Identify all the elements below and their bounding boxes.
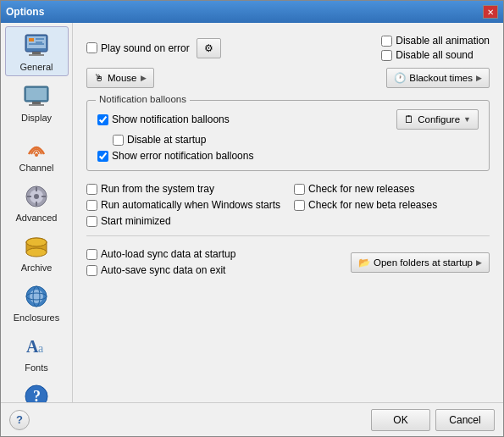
mouse-icon: 🖱 — [94, 73, 104, 83]
disable-startup-checkbox[interactable] — [113, 135, 124, 146]
disable-animation-label: Disable all animation — [396, 35, 490, 47]
play-sound-checkbox[interactable] — [86, 42, 97, 53]
right-top-options: Disable all animation Disable all sound — [381, 35, 490, 61]
start-minimized-checkbox[interactable] — [86, 216, 97, 227]
run-windows-label: Run automatically when Windows starts — [101, 199, 280, 211]
notification-group-title: Notification balloons — [96, 94, 190, 104]
svg-rect-9 — [26, 88, 47, 100]
sidebar-item-enclosures[interactable]: Enclosures — [5, 278, 69, 326]
title-bar-controls: ✕ — [483, 5, 498, 19]
run-tray-row: Run from the system tray — [86, 183, 280, 195]
disable-animation-row: Disable all animation — [381, 35, 490, 47]
content-area: General Display — [1, 23, 503, 402]
play-sound-row: Play sound on error — [86, 42, 190, 54]
check-releases-checkbox[interactable] — [294, 184, 305, 195]
svg-rect-11 — [29, 104, 44, 106]
disable-startup-row: Disable at startup — [113, 134, 479, 146]
svg-point-12 — [35, 153, 38, 157]
blackout-icon: 🕐 — [394, 72, 406, 84]
sidebar-item-fonts[interactable]: A a Fonts — [5, 328, 69, 376]
configure-button[interactable]: 🗒 Configure ▼ — [396, 109, 479, 130]
show-error-row: Show error notification balloons — [97, 150, 479, 162]
checkboxes-left: Run from the system tray Run automatical… — [86, 183, 280, 227]
configure-icon: 🗒 — [404, 114, 414, 124]
run-tray-checkbox[interactable] — [86, 184, 97, 195]
check-beta-checkbox[interactable] — [294, 200, 305, 211]
auto-save-row: Auto-save sync data on exit — [86, 264, 235, 276]
svg-point-25 — [30, 290, 43, 303]
sidebar-item-archive[interactable]: Archive — [5, 228, 69, 276]
sidebar-item-hints[interactable]: ? Hints — [5, 378, 69, 402]
disable-sound-checkbox[interactable] — [381, 50, 392, 61]
run-tray-label: Run from the system tray — [101, 183, 214, 195]
sidebar-item-channel[interactable]: Channel — [5, 128, 69, 176]
cancel-button[interactable]: Cancel — [435, 409, 495, 431]
svg-rect-5 — [29, 43, 44, 45]
show-notification-row: Show notification balloons 🗒 Configure ▼ — [97, 109, 479, 130]
sidebar-label-channel: Channel — [19, 163, 54, 173]
mouse-blackout-row: 🖱 Mouse ▶ 🕐 Blackout times ▶ — [86, 68, 490, 88]
svg-point-23 — [26, 238, 47, 246]
configure-label: Configure — [418, 114, 460, 124]
display-icon — [21, 81, 52, 112]
sidebar-label-advanced: Advanced — [16, 213, 58, 223]
svg-rect-16 — [36, 202, 37, 206]
show-notification-checkbox[interactable] — [97, 114, 108, 125]
svg-text:A: A — [26, 337, 39, 356]
mouse-button[interactable]: 🖱 Mouse ▶ — [86, 68, 154, 88]
auto-save-checkbox[interactable] — [86, 265, 97, 276]
svg-rect-17 — [27, 196, 31, 197]
enclosures-icon — [21, 281, 52, 312]
gear-button[interactable]: ⚙ — [197, 38, 221, 58]
show-notification-checkbox-row: Show notification balloons — [97, 113, 230, 125]
advanced-icon — [21, 181, 52, 212]
help-button[interactable]: ? — [9, 410, 30, 430]
window-title: Options — [6, 6, 44, 18]
disable-animation-checkbox[interactable] — [381, 36, 392, 47]
start-minimized-label: Start minimized — [101, 215, 171, 227]
sidebar-item-advanced[interactable]: Advanced — [5, 178, 69, 226]
blackout-times-button[interactable]: 🕐 Blackout times ▶ — [386, 68, 490, 88]
svg-rect-7 — [29, 54, 44, 56]
main-checkboxes: Run from the system tray Run automatical… — [86, 183, 490, 227]
bottom-bar: ? OK Cancel — [1, 402, 503, 436]
checkboxes-right: Check for new releases Check for new bet… — [294, 183, 437, 227]
auto-save-label: Auto-save sync data on exit — [101, 264, 225, 276]
open-folders-icon: 📂 — [358, 257, 370, 268]
title-bar: Options ✕ — [1, 1, 503, 23]
show-error-checkbox[interactable] — [97, 151, 108, 162]
disable-sound-label: Disable all sound — [396, 49, 473, 61]
notification-group: Notification balloons Show notification … — [86, 100, 490, 171]
sidebar-item-display[interactable]: Display — [5, 78, 69, 126]
check-releases-row: Check for new releases — [294, 183, 437, 195]
auto-load-row: Auto-load sync data at startup — [86, 248, 235, 260]
general-icon — [21, 30, 52, 61]
left-top-options: Play sound on error ⚙ — [86, 38, 221, 58]
ok-button[interactable]: OK — [371, 409, 430, 431]
check-beta-label: Check for new beta releases — [308, 199, 437, 211]
auto-load-checkbox[interactable] — [86, 249, 97, 260]
channel-icon — [21, 131, 52, 162]
configure-arrow: ▼ — [463, 115, 471, 124]
svg-rect-10 — [32, 102, 41, 104]
check-releases-label: Check for new releases — [308, 183, 414, 195]
sidebar: General Display — [1, 23, 73, 402]
options-window: Options ✕ — [0, 0, 504, 437]
auto-load-label: Auto-load sync data at startup — [101, 248, 235, 260]
svg-point-22 — [26, 248, 47, 257]
disable-sound-row: Disable all sound — [381, 49, 473, 61]
top-options-row: Play sound on error ⚙ Disable all animat… — [86, 35, 490, 61]
svg-text:?: ? — [33, 388, 41, 402]
mouse-label: Mouse — [108, 73, 137, 83]
open-folders-button[interactable]: 📂 Open folders at startup ▶ — [351, 252, 490, 273]
check-beta-row: Check for new beta releases — [294, 199, 437, 211]
svg-rect-4 — [36, 41, 42, 43]
close-button[interactable]: ✕ — [483, 5, 498, 19]
svg-point-19 — [34, 194, 39, 199]
show-notification-label: Show notification balloons — [112, 113, 230, 125]
run-windows-checkbox[interactable] — [86, 200, 97, 211]
sidebar-label-general: General — [19, 62, 53, 72]
sidebar-item-general[interactable]: General — [5, 26, 69, 76]
sync-section: Auto-load sync data at startup Auto-save… — [86, 248, 490, 276]
disable-startup-label: Disable at startup — [127, 134, 206, 146]
